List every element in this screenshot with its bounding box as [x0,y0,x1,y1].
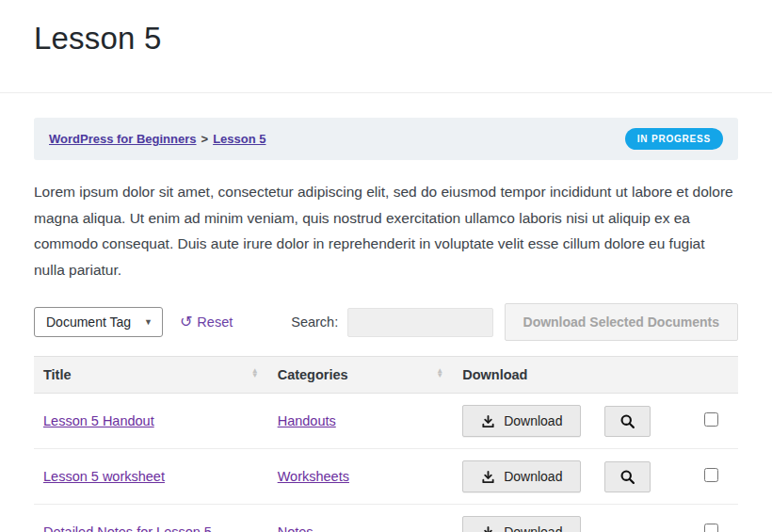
column-header-download: Download [453,357,594,394]
category-link[interactable]: Notes [278,524,314,532]
page-title: Lesson 5 [34,21,738,56]
table-header-row: Title ▲▼ Categories ▲▼ Download [34,357,738,394]
preview-cell [595,505,685,532]
download-cell: Download [453,394,594,449]
download-button-label: Download [504,413,562,428]
download-button[interactable]: Download [462,460,581,492]
document-tag-dropdown[interactable]: Document Tag ▼ [34,307,163,337]
preview-button[interactable] [604,406,651,437]
status-badge: IN PROGRESS [625,128,723,150]
title-cell: Detailed Notes for Lesson 5 [34,505,268,532]
reset-icon: ↺ [180,314,192,330]
select-document-checkbox[interactable] [704,468,718,482]
sort-icon: ▲▼ [436,369,443,378]
lesson-page: Lesson 5 WordPress for Beginners>Lesson … [0,0,772,532]
preview-button[interactable] [604,461,651,492]
table-row: Detailed Notes for Lesson 5 Notes Downlo… [34,505,738,532]
breadcrumb: WordPress for Beginners>Lesson 5 [49,132,265,146]
breadcrumb-course-link[interactable]: WordPress for Beginners [49,132,197,146]
download-button[interactable]: Download [462,516,581,532]
select-document-checkbox[interactable] [704,412,718,427]
column-header-title[interactable]: Title ▲▼ [34,357,268,394]
reset-button[interactable]: ↺ Reset [180,314,233,330]
select-cell [685,394,738,449]
download-cell: Download [453,449,594,505]
download-icon [481,525,495,532]
category-link[interactable]: Handouts [278,413,336,428]
column-header-preview [595,357,685,394]
document-title-link[interactable]: Lesson 5 Handout [43,413,154,428]
category-cell: Handouts [268,394,454,449]
category-cell: Worksheets [268,449,454,505]
title-cell: Lesson 5 Handout [34,394,268,449]
download-cell: Download [453,505,594,532]
category-link[interactable]: Worksheets [278,469,349,484]
magnifier-icon [619,413,635,429]
documents-toolbar: Document Tag ▼ ↺ Reset Search: Download … [34,303,738,341]
download-selected-button[interactable]: Download Selected Documents [505,303,738,341]
document-tag-dropdown-value: Document Tag [46,314,131,330]
select-document-checkbox[interactable] [704,524,718,532]
preview-cell [595,449,685,505]
reset-label: Reset [197,314,233,330]
table-row: Lesson 5 worksheet Worksheets Download [34,449,738,505]
column-header-select [685,357,738,394]
documents-table-body: Lesson 5 Handout Handouts Download [34,394,738,532]
document-title-link[interactable]: Detailed Notes for Lesson 5 [43,524,212,532]
download-icon [481,470,495,484]
breadcrumb-bar: WordPress for Beginners>Lesson 5 IN PROG… [34,118,738,160]
search-input[interactable] [347,308,493,337]
category-cell: Notes [268,505,454,532]
chevron-down-icon: ▼ [144,317,153,327]
search-group: Search: [291,308,493,337]
title-cell: Lesson 5 worksheet [34,449,268,505]
download-icon [481,414,495,428]
preview-cell [595,394,685,449]
table-row: Lesson 5 Handout Handouts Download [34,394,738,449]
sort-icon: ▲▼ [251,369,259,378]
documents-table: Title ▲▼ Categories ▲▼ Download Lesson 5… [34,356,738,532]
download-button-label: Download [504,469,562,484]
select-cell [685,449,738,505]
lesson-intro-text: Lorem ipsum dolor sit amet, consectetur … [34,179,738,282]
download-button-label: Download [504,524,562,532]
header-divider [0,92,772,93]
magnifier-icon [619,469,635,485]
search-label: Search: [291,314,338,330]
select-cell [685,505,738,532]
document-title-link[interactable]: Lesson 5 worksheet [43,469,165,484]
column-header-categories[interactable]: Categories ▲▼ [268,357,454,394]
breadcrumb-current-link[interactable]: Lesson 5 [213,132,265,146]
breadcrumb-separator: > [201,132,209,146]
download-button[interactable]: Download [462,405,581,437]
